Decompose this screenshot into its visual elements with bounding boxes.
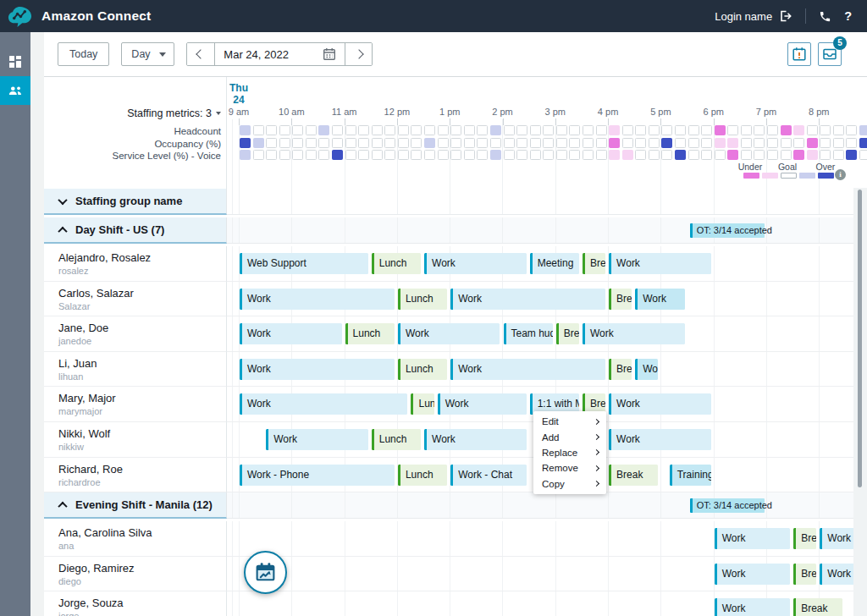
schedule-bar[interactable]: Meeting — [530, 253, 579, 274]
schedule-bar[interactable]: Work — [240, 289, 395, 310]
employee-info[interactable]: Jorge, Souzajorge — [44, 591, 227, 616]
menu-item-remove[interactable]: Remove — [533, 460, 606, 476]
staffing-metrics-dropdown[interactable]: Staffing metrics: 3 — [127, 107, 221, 119]
hour-label: 8 pm — [809, 107, 829, 117]
overtime-badge[interactable]: OT: 3/14 accepted — [690, 498, 765, 513]
heatmap-cell — [754, 150, 765, 160]
schedule-bar[interactable]: Work — [715, 564, 790, 585]
employee-info[interactable]: Nikki, Wolfnikkiw — [44, 422, 227, 458]
schedule-bar[interactable]: Lun.. — [411, 393, 434, 415]
schedule-bar[interactable]: Work — [609, 393, 711, 415]
schedule-bar[interactable]: Lunch — [372, 429, 421, 450]
heatmap-cell — [411, 138, 422, 148]
menu-item-copy[interactable]: Copy — [533, 476, 606, 492]
schedule-bar[interactable]: Work — [609, 253, 711, 274]
heatmap-cell — [859, 150, 867, 160]
schedule-bar[interactable]: Break — [793, 598, 842, 616]
schedule-bar[interactable]: Bre... — [793, 564, 816, 585]
employee-info[interactable]: Richard, Roerichardroe — [44, 458, 227, 493]
heatmap-cell — [583, 125, 594, 135]
schedule-bar[interactable]: Work — [715, 598, 790, 616]
schedule-bar[interactable]: Work — [609, 429, 711, 450]
schedule-bar[interactable]: Bre... — [793, 528, 816, 549]
inbox-button[interactable]: 5 — [818, 42, 842, 66]
schedule-bar[interactable]: Work — [398, 323, 500, 344]
sidebar-item-scheduling[interactable] — [0, 76, 30, 105]
group-header[interactable]: Day Shift - US (7) — [44, 217, 227, 244]
heatmap-cell — [292, 125, 303, 135]
heatmap-cell — [596, 125, 607, 135]
info-icon[interactable]: i — [835, 169, 846, 180]
hour-tick — [660, 118, 661, 125]
date-picker[interactable]: Mar 24, 2022 — [214, 43, 345, 65]
login-menu-button[interactable]: Login name — [715, 9, 792, 23]
schedule-bar[interactable]: Work — [424, 253, 527, 274]
next-day-button[interactable] — [345, 43, 372, 65]
heatmap-cell — [424, 150, 435, 160]
employee-info[interactable]: Li, Juanlihuan — [44, 352, 227, 388]
hour-label: 2 pm — [492, 107, 512, 117]
overtime-badge[interactable]: OT: 3/14 accepted — [690, 223, 765, 238]
schedule-bar[interactable]: Bre.. — [583, 253, 605, 274]
schedule-bar[interactable]: Work — [240, 359, 395, 380]
employee-info[interactable]: Diego, Ramirezdiego — [44, 557, 227, 592]
calendar-alerts-button[interactable] — [787, 42, 811, 66]
heatmap-cell — [530, 125, 541, 135]
employee-timeline: WorkLunchWorkBre..Work — [227, 352, 867, 388]
employee-info[interactable]: Carlos, SalazarSalazar — [44, 282, 227, 317]
schedule-bar[interactable]: Break — [609, 465, 658, 486]
chevron-down-icon — [159, 52, 166, 57]
schedule-bar[interactable]: Lunch — [372, 253, 421, 274]
employee-info[interactable]: Jane, Doejanedoe — [44, 316, 227, 352]
help-button[interactable]: ? — [844, 9, 852, 23]
scrollbar-thumb[interactable] — [858, 190, 862, 487]
employee-info[interactable]: Alejandro, Rosalezrosalez — [44, 246, 227, 282]
menu-item-add[interactable]: Add — [533, 429, 606, 444]
schedule-bar[interactable]: Lunch — [398, 465, 447, 486]
schedule-bar[interactable]: Work — [635, 289, 684, 310]
schedule-bar[interactable]: Bre.. — [609, 289, 632, 310]
heatmap-cell — [424, 125, 435, 135]
schedule-bar[interactable]: Work — [583, 323, 685, 344]
schedule-bar[interactable]: Work — [450, 289, 605, 310]
employee-info[interactable]: Ana, Carolina Silvaana — [44, 521, 227, 557]
schedule-rows: Staffing group nameDay Shift - US (7)OT:… — [44, 189, 867, 616]
schedule-bar[interactable]: Work — [450, 359, 605, 380]
legend-swatch-goal — [781, 173, 797, 179]
schedule-bar[interactable]: Work — [715, 528, 790, 549]
generate-schedule-fab[interactable] — [244, 551, 287, 594]
employee-info[interactable]: Mary, Majormarymajor — [44, 387, 227, 422]
menu-item-replace[interactable]: Replace — [533, 445, 606, 460]
schedule-bar[interactable]: Work — [240, 393, 407, 415]
schedule-bar[interactable]: Bre.. — [609, 359, 632, 380]
heatmap-cell — [543, 125, 554, 135]
schedule-bar[interactable]: Work — [438, 393, 527, 415]
schedule-bar[interactable]: Work - Phone — [240, 465, 395, 486]
schedule-bar[interactable]: Team huddle — [504, 323, 553, 344]
schedule-bar[interactable]: Lunch — [345, 323, 395, 344]
previous-day-button[interactable] — [187, 43, 214, 65]
schedule-bar[interactable]: Work — [635, 359, 658, 380]
schedule-bar[interactable]: Web Support — [240, 253, 368, 274]
top-bar: Amazon Connect Login name — [0, 0, 867, 32]
employee-row: Li, JuanlihuanWorkLunchWorkBre..Work — [44, 352, 867, 388]
schedule-bar[interactable]: Work — [266, 429, 368, 450]
calendar-chart-icon — [254, 561, 277, 584]
sidebar-item-dashboard[interactable] — [0, 47, 30, 76]
heatmap-cell — [622, 125, 633, 135]
schedule-bar[interactable]: Lunch — [398, 359, 447, 380]
heatmap-cell — [384, 125, 395, 135]
schedule-bar[interactable]: Lunch — [398, 289, 447, 310]
schedule-bar[interactable]: Work — [424, 429, 527, 450]
schedule-bar[interactable]: Bre.. — [556, 323, 579, 344]
group-header[interactable]: Staffing group name — [44, 189, 227, 215]
view-granularity-select[interactable]: Day — [121, 42, 174, 66]
schedule-bar[interactable]: Work — [240, 323, 342, 344]
menu-item-edit[interactable]: Edit — [533, 414, 606, 429]
schedule-bar[interactable]: Training — [670, 465, 711, 486]
phone-button[interactable] — [819, 10, 831, 23]
group-header[interactable]: Evening Shift - Manila (12) — [44, 492, 227, 519]
employee-name: Alejandro, Rosalez — [58, 251, 226, 264]
today-button[interactable]: Today — [58, 42, 109, 66]
schedule-bar[interactable]: Work - Chat — [450, 465, 526, 486]
